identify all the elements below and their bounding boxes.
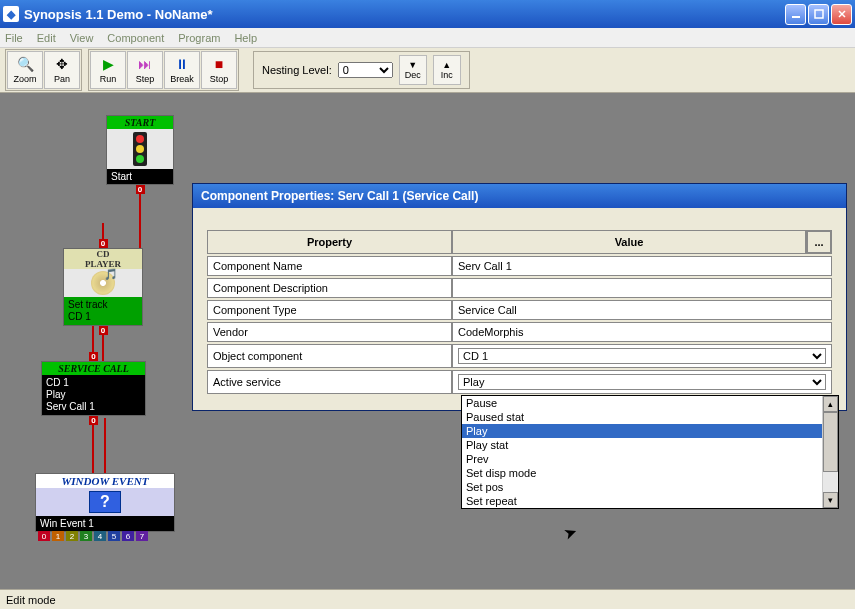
cd-icon: 🎵 [91,271,115,295]
component-name-input[interactable] [458,260,826,272]
menu-bar: File Edit View Component Program Help [0,28,855,48]
status-text: Edit mode [6,594,56,606]
component-properties-dialog: Component Properties: Serv Call 1 (Servi… [192,183,847,411]
scroll-up-icon[interactable]: ▴ [823,396,838,412]
title-bar: ◆ Synopsis 1.1 Demo - NoName* [0,0,855,28]
row-name: Component Name [207,256,832,276]
step-button[interactable]: ⏭Step [127,51,163,89]
window-title: Synopsis 1.1 Demo - NoName* [24,7,785,22]
cursor-icon: ➤ [561,521,580,543]
node-cd-player[interactable]: 0 CD PLAYER 🎵 Set track CD 1 0 [63,248,143,326]
node-window-event[interactable]: WINDOW EVENT ? Win Event 1 01234567 [35,473,175,532]
toolbar: 🔍Zoom ✥Pan ▶Run ⏭Step ⏸Break ■Stop Nesti… [0,48,855,93]
scroll-thumb[interactable] [823,412,838,472]
option-set-pos[interactable]: Set pos [462,480,838,494]
link [104,418,106,478]
down-icon: ▼ [408,60,417,70]
more-button[interactable]: ... [807,231,831,253]
svg-rect-1 [815,10,823,18]
zoom-icon: 🔍 [17,56,34,72]
row-active: Active servicePlay [207,370,832,394]
active-service-select[interactable]: Play [458,374,826,390]
option-play-stat[interactable]: Play stat [462,438,838,452]
menu-edit[interactable]: Edit [37,32,56,44]
row-obj: Object componentCD 1 [207,344,832,368]
option-play[interactable]: Play [462,424,838,438]
node-service-call[interactable]: 0 SERVICE CALL CD 1 Play Serv Call 1 0 [41,361,146,416]
menu-help[interactable]: Help [234,32,257,44]
option-set-disp-mode[interactable]: Set disp mode [462,466,838,480]
pan-icon: ✥ [56,56,68,72]
stop-icon: ■ [215,56,223,72]
col-property: Property [207,230,452,254]
run-icon: ▶ [103,56,114,72]
step-icon: ⏭ [138,56,152,72]
nesting-select[interactable]: 0 [338,62,393,78]
object-component-select[interactable]: CD 1 [458,348,826,364]
option-pause[interactable]: Pause [462,396,838,410]
run-button[interactable]: ▶Run [90,51,126,89]
row-vendor: VendorCodeMorphis [207,322,832,342]
status-bar: Edit mode [0,589,855,609]
component-desc-input[interactable] [458,282,826,294]
col-value: Value [452,230,806,254]
svg-rect-0 [792,16,800,18]
inc-button[interactable]: ▲Inc [433,55,461,85]
app-icon: ◆ [3,6,19,22]
option-prev[interactable]: Prev [462,452,838,466]
row-type: Component TypeService Call [207,300,832,320]
zoom-button[interactable]: 🔍Zoom [7,51,43,89]
menu-view[interactable]: View [70,32,94,44]
active-service-dropdown[interactable]: Pause Paused stat Play Play stat Prev Se… [461,395,839,509]
option-paused-stat[interactable]: Paused stat [462,410,838,424]
pan-button[interactable]: ✥Pan [44,51,80,89]
dropdown-scrollbar[interactable]: ▴ ▾ [822,396,838,508]
scroll-down-icon[interactable]: ▾ [823,492,838,508]
nesting-label: Nesting Level: [262,64,332,76]
dec-button[interactable]: ▼Dec [399,55,427,85]
traffic-light-icon [133,132,147,166]
maximize-button[interactable] [808,4,829,25]
option-set-repeat[interactable]: Set repeat [462,494,838,508]
up-icon: ▲ [442,60,451,70]
break-icon: ⏸ [175,56,189,72]
menu-program[interactable]: Program [178,32,220,44]
dialog-title: Component Properties: Serv Call 1 (Servi… [193,184,846,208]
canvas[interactable]: START Start 0 0 CD PLAYER 🎵 Set track CD… [0,93,855,589]
node-start[interactable]: START Start 0 [106,115,174,185]
stop-button[interactable]: ■Stop [201,51,237,89]
row-desc: Component Description [207,278,832,298]
close-button[interactable] [831,4,852,25]
question-icon: ? [89,491,121,513]
break-button[interactable]: ⏸Break [164,51,200,89]
nesting-panel: Nesting Level: 0 ▼Dec ▲Inc [253,51,470,89]
menu-file[interactable]: File [5,32,23,44]
minimize-button[interactable] [785,4,806,25]
properties-table: Property Value ... Component Name Compon… [207,228,832,396]
menu-component[interactable]: Component [107,32,164,44]
